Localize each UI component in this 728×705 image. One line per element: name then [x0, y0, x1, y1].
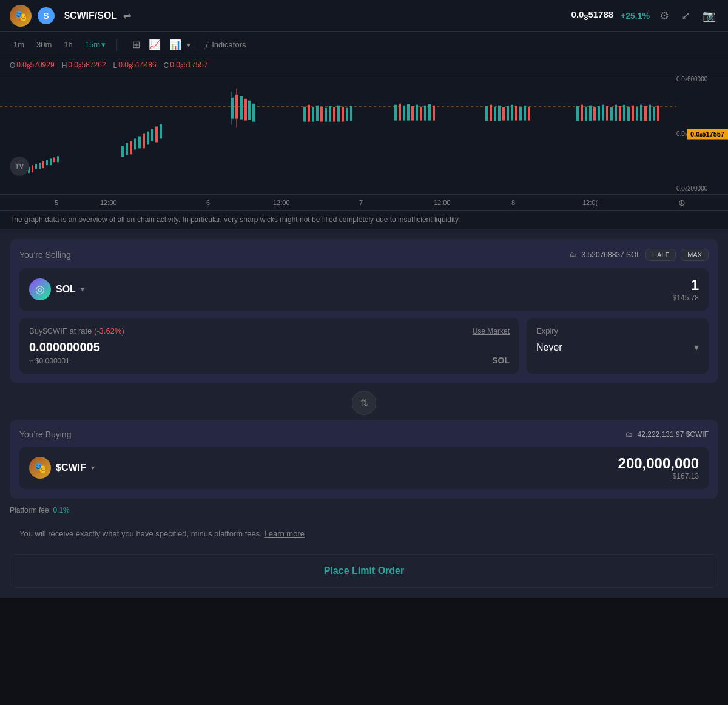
buying-balance: 42,222,131.97 $CWIF — [638, 430, 709, 439]
swap-arrows-icon[interactable]: ⇌ — [123, 10, 131, 21]
x-label-8: 8 — [511, 199, 515, 206]
avatar: 🎭 — [10, 5, 32, 27]
learn-more-link[interactable]: Learn more — [264, 529, 304, 538]
svg-rect-64 — [576, 106, 579, 121]
sell-token-left: ◎ SOL ▾ — [29, 278, 84, 300]
svg-rect-72 — [610, 107, 613, 121]
svg-rect-78 — [636, 107, 638, 121]
half-button[interactable]: HALF — [645, 249, 676, 261]
svg-rect-14 — [134, 139, 136, 150]
selling-label: You're Selling — [19, 250, 71, 260]
time-1m-button[interactable]: 1m — [10, 38, 28, 51]
trading-area: You're Selling 🗂 3.520768837 SOL HALF MA… — [0, 229, 728, 598]
svg-rect-39 — [337, 106, 340, 122]
bar-chart-button[interactable]: 📊 — [166, 37, 184, 52]
expiry-chevron-icon: ▾ — [694, 342, 699, 353]
buy-token-chevron-icon[interactable]: ▾ — [91, 464, 95, 472]
sell-amount-usd: $145.78 — [673, 294, 699, 302]
header: 🎭 S $CWIF/SOL ⇌ 0.0851788 +25.1% ⚙ ⤢ 📷 — [0, 0, 728, 32]
time-30m-button[interactable]: 30m — [33, 38, 55, 51]
svg-rect-51 — [428, 104, 431, 121]
indicators-label: Indicators — [212, 40, 246, 49]
svg-rect-52 — [433, 106, 435, 121]
target-icon[interactable]: ⊕ — [678, 198, 686, 207]
max-button[interactable]: MAX — [681, 249, 709, 261]
ohlc-l-label: L — [113, 61, 118, 70]
chart-x-axis: 5 12:00 6 12:00 7 12:00 8 12:0( ⊕ — [0, 195, 728, 211]
svg-rect-71 — [606, 106, 608, 121]
sell-amount[interactable]: 1 — [673, 277, 699, 294]
sell-token-right: 1 $145.78 — [673, 277, 699, 302]
swap-center: ⇅ — [10, 391, 718, 415]
ohlc-l-value: 0.08514486 — [118, 61, 156, 70]
svg-rect-59 — [511, 105, 513, 121]
svg-rect-42 — [350, 106, 352, 121]
ohlc-o-label: O — [10, 61, 15, 70]
svg-rect-55 — [494, 107, 496, 121]
info-text: You will receive exactly what you have s… — [19, 529, 262, 538]
svg-rect-10 — [57, 157, 59, 163]
place-limit-order-button[interactable]: Place Limit Order — [10, 554, 718, 588]
current-price: 0.0851788 — [571, 9, 614, 22]
buy-token-selector: 🎭 $CWIF ▾ 200,000,000 $167.13 — [19, 447, 709, 489]
svg-rect-9 — [53, 158, 55, 163]
svg-rect-45 — [403, 106, 405, 121]
sell-token-chevron-icon[interactable]: ▾ — [81, 285, 84, 294]
svg-rect-17 — [147, 132, 149, 145]
logo-icon: S — [38, 7, 55, 24]
price-scale-top: 0.0₈600000 — [676, 76, 726, 83]
use-market-link[interactable]: Use Market — [473, 327, 510, 336]
rate-row-bottom: 0.000000005 ≈ $0.000001 SOL — [29, 340, 510, 365]
ohlc-close: C 0.08517557 — [164, 61, 208, 70]
svg-rect-61 — [519, 107, 522, 121]
indicators-button[interactable]: 𝑓 Indicators — [206, 40, 246, 50]
header-right: 0.0851788 +25.1% ⚙ ⤢ 📷 — [571, 7, 718, 25]
line-chart-button[interactable]: 📈 — [146, 37, 164, 52]
sell-token-name: SOL — [56, 284, 76, 295]
svg-rect-83 — [657, 106, 659, 121]
svg-rect-53 — [485, 106, 488, 121]
svg-rect-6 — [42, 161, 44, 169]
svg-rect-58 — [507, 106, 509, 121]
ohlc-low: L 0.08514486 — [113, 61, 157, 70]
svg-rect-67 — [589, 106, 592, 121]
svg-rect-18 — [151, 129, 153, 141]
svg-rect-73 — [615, 105, 617, 121]
time-1h-button[interactable]: 1h — [60, 38, 76, 51]
svg-rect-31 — [303, 107, 306, 122]
svg-rect-63 — [528, 107, 530, 121]
svg-rect-56 — [498, 106, 500, 121]
expiry-dropdown[interactable]: Never ▾ — [536, 342, 699, 353]
ohlc-c-label: C — [164, 61, 169, 70]
time-15m-dropdown[interactable]: 15m ▾ — [81, 38, 109, 51]
chart-area: 0.0₈600000 0.0₈400000 0.0₈200000 0.0₈517… — [0, 73, 728, 195]
settings-button[interactable]: ⚙ — [657, 7, 672, 25]
svg-rect-36 — [325, 108, 327, 122]
swap-direction-button[interactable]: ⇅ — [352, 391, 376, 415]
svg-rect-30 — [252, 104, 255, 122]
ohlc-open: O 0.08570929 — [10, 61, 55, 70]
sol-token-icon: ◎ — [29, 278, 51, 300]
svg-rect-16 — [143, 134, 145, 149]
svg-rect-50 — [424, 106, 426, 121]
svg-rect-43 — [394, 105, 397, 121]
fee-row: Platform fee: 0.1% — [10, 506, 718, 514]
x-label-6: 6 — [206, 199, 210, 206]
svg-rect-24 — [235, 95, 238, 119]
svg-rect-21 — [231, 98, 234, 119]
toolbar-divider-2 — [198, 39, 198, 51]
chart-type-chevron: ▾ — [187, 41, 190, 49]
fullscreen-button[interactable]: ⤢ — [679, 7, 693, 25]
x-label-5: 5 — [55, 199, 58, 206]
price-change: +25.1% — [621, 11, 650, 21]
chart-current-price-label: 0.0₈517557 — [687, 129, 728, 139]
chart-type-buttons: ⊞ 📈 📊 ▾ — [129, 37, 190, 52]
camera-button[interactable]: 📷 — [700, 7, 718, 25]
rate-value[interactable]: 0.000000005 — [29, 340, 100, 354]
candlestick-chart-button[interactable]: ⊞ — [129, 37, 143, 52]
svg-rect-46 — [407, 104, 410, 121]
svg-rect-13 — [130, 141, 132, 155]
buying-section: You're Buying 🗂 42,222,131.97 $CWIF 🎭 $C… — [10, 420, 718, 499]
ohlc-high: H 0.08587262 — [62, 61, 106, 70]
info-box: You will receive exactly what you have s… — [10, 521, 718, 547]
